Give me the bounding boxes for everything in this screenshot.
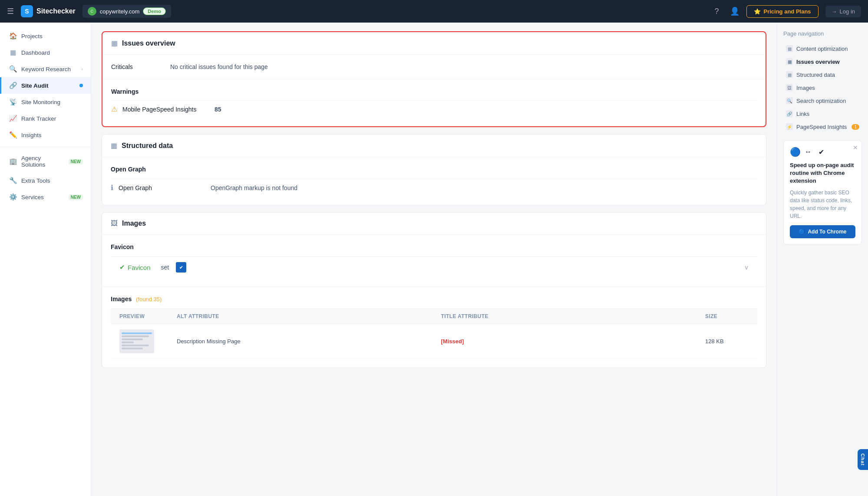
structured-data-icon: ▦ bbox=[111, 141, 117, 150]
chrome-btn-label: Add To Chrome bbox=[808, 229, 846, 235]
images-table-title: Images bbox=[111, 296, 132, 302]
sidebar-dashboard-label: Dashboard bbox=[21, 49, 83, 56]
insights-icon: ✏️ bbox=[9, 131, 17, 139]
right-nav-images[interactable]: 🖼 Images bbox=[783, 81, 862, 94]
chrome-card-icons: 🔵 ↔ ✔ bbox=[790, 147, 855, 157]
sidebar-projects-label: Projects bbox=[21, 33, 83, 39]
structured-data-header: ▦ Structured data bbox=[102, 135, 766, 157]
chrome-card-description: Quickly gather basic SEO data like statu… bbox=[790, 189, 855, 220]
right-nav-search-optimization[interactable]: 🔍 Search optimization bbox=[783, 94, 862, 107]
image-alt: Description Missing Page bbox=[177, 338, 436, 345]
favicon-subsection: Favicon ✔ Favicon set ✔ ∨ bbox=[102, 235, 766, 287]
right-nav-structured-data[interactable]: ▦ Structured data bbox=[783, 68, 862, 81]
main-content: ▦ Issues overview Criticals No critical … bbox=[91, 23, 777, 496]
content-opt-icon: ▦ bbox=[786, 45, 793, 52]
top-navigation: ☰ S Sitechecker C copywritely.com Demo ?… bbox=[0, 0, 868, 23]
sidebar-site-audit-label: Site Audit bbox=[21, 82, 75, 89]
criticals-row: Criticals No critical issues found for t… bbox=[111, 63, 757, 70]
rank-tracker-icon: 📈 bbox=[9, 115, 17, 122]
pagespeed-nav-icon: ⚡ bbox=[786, 123, 793, 130]
chrome-card-close-icon[interactable]: ✕ bbox=[853, 144, 858, 151]
favicon-check-icon: ✔ bbox=[119, 263, 125, 271]
sidebar-item-site-audit[interactable]: 🔗 Site Audit bbox=[0, 77, 91, 94]
chrome-logo-icon: 🔵 bbox=[790, 147, 800, 157]
favicon-preview: ✔ bbox=[176, 262, 186, 273]
right-nav-pagespeed[interactable]: ⚡ PageSpeed Insights 1 bbox=[783, 120, 862, 133]
structured-data-body: Open Graph ℹ Open Graph OpenGraph markup… bbox=[102, 157, 766, 205]
sidebar-rank-tracker-label: Rank Tracker bbox=[21, 115, 83, 122]
user-icon[interactable]: 👤 bbox=[730, 7, 739, 16]
favicon-expand-icon[interactable]: ∨ bbox=[744, 264, 749, 271]
preview-line-4 bbox=[122, 342, 134, 343]
keyword-research-icon: 🔍 bbox=[9, 65, 17, 73]
open-graph-title: Open Graph bbox=[111, 166, 757, 173]
sidebar-services-label: Services bbox=[21, 194, 63, 200]
pagespeed-badge: 1 bbox=[851, 124, 859, 130]
favicon-status: ✔ Favicon bbox=[119, 263, 151, 271]
right-nav-pagespeed-label: PageSpeed Insights bbox=[796, 124, 847, 130]
sidebar-extra-tools-label: Extra Tools bbox=[21, 177, 83, 184]
login-button[interactable]: → Log in bbox=[825, 6, 861, 17]
sidebar-item-projects[interactable]: 🏠 Projects bbox=[0, 28, 91, 44]
sidebar-agency-label: Agency Solutions bbox=[21, 155, 63, 168]
site-selector[interactable]: C copywritely.com Demo bbox=[83, 5, 171, 18]
images-section: 🖼 Images Favicon ✔ Favicon set ✔ ∨ bbox=[102, 212, 766, 368]
add-to-chrome-button[interactable]: 🔵 Add To Chrome bbox=[790, 225, 855, 238]
preview-line-2 bbox=[122, 335, 149, 337]
warning-row: ⚠ Mobile PageSpeed Insights 85 bbox=[111, 100, 757, 118]
hamburger-menu[interactable]: ☰ bbox=[7, 7, 14, 16]
preview-line-3 bbox=[122, 338, 143, 340]
sidebar-item-dashboard[interactable]: ▦ Dashboard bbox=[0, 44, 91, 61]
pricing-icon: ⭐ bbox=[754, 8, 761, 15]
site-audit-icon: 🔗 bbox=[9, 82, 17, 89]
sidebar-item-insights[interactable]: ✏️ Insights bbox=[0, 127, 91, 143]
favicon-set-label: set bbox=[161, 264, 169, 271]
extra-tools-icon: 🔧 bbox=[9, 177, 17, 184]
image-size: 128 KB bbox=[705, 338, 749, 345]
issues-overview-section: ▦ Issues overview Criticals No critical … bbox=[102, 31, 766, 127]
links-nav-icon: 🔗 bbox=[786, 110, 793, 117]
chrome-btn-icon: 🔵 bbox=[799, 229, 805, 235]
pricing-label: Pricing and Plans bbox=[763, 8, 811, 15]
sidebar-divider bbox=[0, 147, 91, 147]
col-size: Size bbox=[705, 313, 749, 319]
right-nav-content-optimization[interactable]: ▦ Content optimization bbox=[783, 42, 862, 55]
services-new-badge: NEW bbox=[69, 194, 83, 200]
site-icon: C bbox=[88, 7, 96, 16]
criticals-value: No critical issues found for this page bbox=[170, 63, 268, 70]
col-title: Title attribute bbox=[441, 313, 700, 319]
images-table-subsection: Images (found 35) Preview Alt attribute … bbox=[102, 287, 766, 368]
sidebar-insights-label: Insights bbox=[21, 132, 83, 138]
page-layout: 🏠 Projects ▦ Dashboard 🔍 Keyword Researc… bbox=[0, 23, 868, 496]
right-panel: Page navigation ▦ Content optimization ▦… bbox=[777, 23, 868, 496]
chat-button[interactable]: Chat bbox=[858, 449, 868, 470]
chrome-card-title: Speed up on-page audit routine with Chro… bbox=[790, 161, 855, 185]
favicon-label: Favicon bbox=[128, 264, 151, 271]
sidebar-item-site-monitoring[interactable]: 📡 Site Monitoring bbox=[0, 94, 91, 110]
sidebar-item-rank-tracker[interactable]: 📈 Rank Tracker bbox=[0, 110, 91, 127]
images-title: Images bbox=[122, 220, 146, 227]
right-nav-issues-overview[interactable]: ▦ Issues overview bbox=[783, 55, 862, 68]
help-icon[interactable]: ? bbox=[710, 7, 723, 16]
sidebar: 🏠 Projects ▦ Dashboard 🔍 Keyword Researc… bbox=[0, 23, 91, 496]
images-found-count: (found 35) bbox=[136, 296, 162, 302]
keyword-expand-icon: › bbox=[81, 66, 83, 72]
preview-line-6 bbox=[122, 348, 143, 349]
sidebar-item-extra-tools[interactable]: 🔧 Extra Tools bbox=[0, 172, 91, 189]
images-nav-icon: 🖼 bbox=[786, 84, 793, 91]
issues-overview-nav-icon: ▦ bbox=[786, 58, 793, 65]
images-table-header: Preview Alt attribute Title attribute Si… bbox=[111, 309, 757, 324]
favicon-row: ✔ Favicon set ✔ ∨ bbox=[111, 256, 757, 278]
right-nav-links[interactable]: 🔗 Links bbox=[783, 107, 862, 120]
sidebar-item-agency-solutions[interactable]: 🏢 Agency Solutions NEW bbox=[0, 151, 91, 172]
criticals-label: Criticals bbox=[111, 63, 163, 70]
col-alt: Alt attribute bbox=[177, 313, 436, 319]
login-label: Log in bbox=[840, 8, 855, 15]
sidebar-item-services[interactable]: ⚙️ Services NEW bbox=[0, 189, 91, 205]
open-graph-row: ℹ Open Graph OpenGraph markup is not fou… bbox=[111, 179, 757, 196]
services-icon: ⚙️ bbox=[9, 193, 17, 201]
open-graph-subsection: Open Graph ℹ Open Graph OpenGraph markup… bbox=[102, 157, 766, 205]
sidebar-item-keyword-research[interactable]: 🔍 Keyword Research › bbox=[0, 61, 91, 77]
warning-status-icon: ⚠ bbox=[111, 105, 117, 113]
pricing-button[interactable]: ⭐ Pricing and Plans bbox=[746, 5, 818, 18]
